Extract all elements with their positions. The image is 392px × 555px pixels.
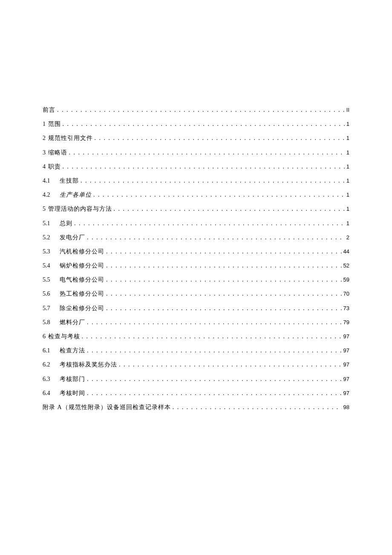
- toc-label: 考核指标及奖惩办法: [60, 359, 117, 370]
- toc-page: 70: [343, 289, 349, 299]
- toc-entry: 1 范围 . . . . . . . . . . . . . . . . . .…: [43, 119, 349, 129]
- toc-dots: . . . . . . . . . . . . . . . . . . . . …: [106, 246, 342, 257]
- toc-dots: . . . . . . . . . . . . . . . . . . . . …: [69, 147, 345, 158]
- toc-page: 44: [343, 247, 349, 256]
- toc-label: 4 职责: [43, 161, 61, 172]
- toc-label: 发电分厂: [60, 232, 85, 243]
- table-of-contents: 前言 . . . . . . . . . . . . . . . . . . .…: [43, 105, 349, 413]
- toc-page: 98: [343, 402, 349, 412]
- toc-entry: 5.7 除尘检修分公司 . . . . . . . . . . . . . . …: [43, 303, 349, 314]
- toc-page: 52: [343, 261, 349, 270]
- toc-entry: 5.5 电气检修分公司 . . . . . . . . . . . . . . …: [43, 274, 349, 285]
- toc-entry: 2 规范性引用文件 . . . . . . . . . . . . . . . …: [43, 133, 349, 143]
- toc-label: 前言: [43, 105, 55, 115]
- toc-label: 检查方法: [60, 345, 85, 356]
- toc-label: 考核时间: [60, 388, 85, 398]
- toc-page: 97: [343, 360, 349, 369]
- toc-page: 1: [346, 176, 349, 186]
- toc-entry: 附录 A（规范性附录）设备巡回检查记录样本 . . . . . . . . . …: [43, 402, 349, 413]
- toc-page: 1: [346, 218, 349, 228]
- toc-label: 热工检修分公司: [60, 288, 104, 299]
- toc-page: 73: [343, 303, 349, 313]
- toc-dots: . . . . . . . . . . . . . . . . . . . . …: [57, 105, 345, 115]
- toc-dots: . . . . . . . . . . . . . . . . . . . . …: [106, 288, 342, 299]
- toc-number: 5.5: [43, 274, 54, 285]
- toc-dots: . . . . . . . . . . . . . . . . . . . . …: [93, 189, 345, 200]
- toc-entry: 5.1 总则 . . . . . . . . . . . . . . . . .…: [43, 218, 349, 229]
- toc-label: 生产各单位: [60, 189, 92, 200]
- toc-number: 6.3: [43, 374, 54, 384]
- toc-number: 5.4: [43, 260, 54, 271]
- toc-entry: 5.3 汽机检修分公司 . . . . . . . . . . . . . . …: [43, 246, 349, 257]
- toc-entry: 5.4 锅炉检修分公司 . . . . . . . . . . . . . . …: [43, 260, 349, 271]
- toc-label: 总则: [60, 218, 72, 229]
- toc-entry: 6.4 考核时间 . . . . . . . . . . . . . . . .…: [43, 388, 349, 398]
- toc-label: 生技部: [60, 175, 79, 186]
- toc-number: 4.1: [43, 175, 54, 186]
- toc-dots: . . . . . . . . . . . . . . . . . . . . …: [81, 175, 345, 186]
- toc-page: 59: [343, 275, 349, 285]
- toc-label: 1 范围: [43, 119, 61, 129]
- toc-dots: . . . . . . . . . . . . . . . . . . . . …: [63, 161, 345, 172]
- toc-page: 2: [346, 232, 349, 242]
- toc-label: 考核部门: [60, 374, 85, 384]
- toc-entry: 6.3 考核部门 . . . . . . . . . . . . . . . .…: [43, 374, 349, 384]
- toc-number: 4.2: [43, 189, 54, 200]
- toc-dots: . . . . . . . . . . . . . . . . . . . . …: [87, 374, 342, 384]
- toc-dots: . . . . . . . . . . . . . . . . . . . . …: [87, 232, 345, 243]
- toc-page: 1: [346, 133, 349, 143]
- toc-dots: . . . . . . . . . . . . . . . . . . . . …: [106, 260, 342, 271]
- toc-page: 97: [343, 374, 349, 384]
- toc-label: 锅炉检修分公司: [60, 260, 104, 271]
- toc-number: 6.1: [43, 345, 54, 356]
- toc-number: 5.3: [43, 246, 54, 257]
- toc-entry: 5.8 燃料分厂 . . . . . . . . . . . . . . . .…: [43, 317, 349, 328]
- toc-number: 6.4: [43, 388, 54, 398]
- toc-dots: . . . . . . . . . . . . . . . . . . . . …: [173, 402, 342, 413]
- toc-number: 5.8: [43, 317, 54, 328]
- toc-label: 附录 A（规范性附录）设备巡回检查记录样本: [43, 402, 171, 413]
- toc-entry: 4 职责 . . . . . . . . . . . . . . . . . .…: [43, 161, 349, 172]
- toc-entry: 4.1 生技部 . . . . . . . . . . . . . . . . …: [43, 175, 349, 186]
- toc-page: II: [346, 105, 349, 115]
- toc-dots: . . . . . . . . . . . . . . . . . . . . …: [106, 303, 342, 314]
- toc-label: 2 规范性引用文件: [43, 133, 93, 143]
- toc-number: 5.2: [43, 232, 54, 243]
- toc-page: 79: [343, 317, 349, 327]
- toc-entry: 5.2 发电分厂 . . . . . . . . . . . . . . . .…: [43, 232, 349, 243]
- toc-label: 汽机检修分公司: [60, 246, 104, 257]
- toc-entry: 3 缩略语 . . . . . . . . . . . . . . . . . …: [43, 147, 349, 158]
- toc-page: 1: [346, 148, 349, 157]
- toc-dots: . . . . . . . . . . . . . . . . . . . . …: [106, 274, 342, 285]
- toc-page: 97: [343, 346, 349, 355]
- toc-entry: 6.2 考核指标及奖惩办法 . . . . . . . . . . . . . …: [43, 359, 349, 370]
- toc-entry: 6.1 检查方法 . . . . . . . . . . . . . . . .…: [43, 345, 349, 356]
- toc-page: 1: [346, 162, 349, 171]
- toc-dots: . . . . . . . . . . . . . . . . . . . . …: [74, 218, 345, 229]
- toc-entry: 4.2 生产各单位 . . . . . . . . . . . . . . . …: [43, 189, 349, 200]
- toc-dots: . . . . . . . . . . . . . . . . . . . . …: [87, 345, 342, 356]
- toc-page: 1: [346, 190, 349, 200]
- toc-dots: . . . . . . . . . . . . . . . . . . . . …: [63, 119, 345, 129]
- toc-dots: . . . . . . . . . . . . . . . . . . . . …: [87, 388, 342, 398]
- toc-entry: 5.6 热工检修分公司 . . . . . . . . . . . . . . …: [43, 288, 349, 299]
- toc-label: 燃料分厂: [60, 317, 85, 328]
- toc-entry: 前言 . . . . . . . . . . . . . . . . . . .…: [43, 105, 349, 115]
- toc-entry: 6 检查与考核 . . . . . . . . . . . . . . . . …: [43, 331, 349, 342]
- toc-number: 6.2: [43, 359, 54, 370]
- toc-page: 97: [343, 331, 349, 341]
- toc-dots: . . . . . . . . . . . . . . . . . . . . …: [87, 317, 342, 328]
- toc-page: 97: [343, 388, 349, 398]
- toc-dots: . . . . . . . . . . . . . . . . . . . . …: [119, 359, 342, 370]
- toc-dots: . . . . . . . . . . . . . . . . . . . . …: [95, 133, 345, 143]
- toc-dots: . . . . . . . . . . . . . . . . . . . . …: [82, 331, 342, 342]
- toc-number: 5.1: [43, 218, 54, 229]
- toc-number: 5.7: [43, 303, 54, 314]
- toc-label: 除尘检修分公司: [60, 303, 104, 314]
- toc-page: 1: [346, 119, 349, 129]
- toc-label: 3 缩略语: [43, 147, 67, 158]
- toc-label: 6 检查与考核: [43, 331, 80, 342]
- toc-label: 5 管理活动的内容与方法: [43, 203, 112, 214]
- toc-number: 5.6: [43, 288, 54, 299]
- toc-entry: 5 管理活动的内容与方法 . . . . . . . . . . . . . .…: [43, 203, 349, 214]
